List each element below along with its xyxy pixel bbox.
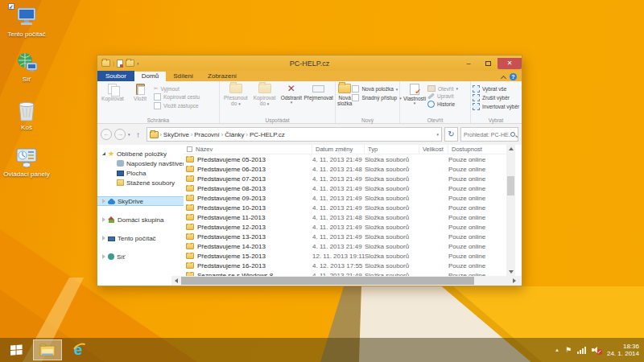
sidebar-item-homegroup[interactable]: Domácí skupina bbox=[97, 215, 184, 224]
file-name-cell[interactable]: Představujeme 08-2013 bbox=[184, 185, 312, 192]
vertical-scrollbar[interactable] bbox=[506, 145, 515, 276]
sidebar-item-desktop[interactable]: Plocha bbox=[97, 168, 184, 178]
history-button[interactable]: Historie bbox=[427, 101, 458, 108]
sidebar-item-favorites[interactable]: ★ Oblíbené položky bbox=[97, 149, 184, 158]
horizontal-scrollbar[interactable] bbox=[171, 276, 522, 286]
file-name-cell[interactable]: Představujeme 14-2013 bbox=[184, 243, 312, 250]
file-name-cell[interactable]: Představujeme 09-2013 bbox=[184, 195, 312, 202]
forward-button[interactable]: → bbox=[114, 129, 126, 140]
scroll-right-icon[interactable] bbox=[510, 278, 519, 283]
column-header-size[interactable]: Velikost bbox=[419, 145, 448, 154]
refresh-button[interactable]: ↻ bbox=[444, 127, 458, 142]
file-row[interactable]: Představujeme 14-2013 4. 11. 2013 21:49 … bbox=[184, 241, 507, 251]
properties-qat-icon[interactable] bbox=[117, 60, 123, 68]
tab-view[interactable]: Zobrazení bbox=[200, 72, 244, 81]
collapse-ribbon-icon[interactable] bbox=[501, 75, 506, 80]
start-button[interactable] bbox=[0, 338, 32, 362]
vertical-scroll-thumb[interactable] bbox=[507, 176, 514, 195]
breadcrumb-pchelp[interactable]: PC-HELP.cz bbox=[250, 131, 285, 138]
select-all-checkbox[interactable] bbox=[187, 146, 192, 152]
file-row[interactable]: Představujeme 11-2013 4. 11. 2013 21:48 … bbox=[184, 212, 507, 222]
file-name-cell[interactable]: Představujeme 10-2013 bbox=[184, 204, 312, 212]
sidebar-item-network[interactable]: Síť bbox=[97, 252, 184, 261]
taskbar-file-explorer[interactable] bbox=[33, 339, 62, 360]
column-header-availability[interactable]: Dostupnost bbox=[448, 145, 507, 154]
sidebar-item-skydrive[interactable]: SkyDrive bbox=[97, 196, 184, 206]
file-row[interactable]: Představujeme 16-2013 4. 12. 2013 17:55 … bbox=[184, 261, 507, 270]
cut-button[interactable]: ✂ Vyjmout bbox=[154, 85, 200, 92]
column-header-name[interactable]: Název bbox=[184, 145, 312, 154]
breadcrumb-pracovni[interactable]: Pracovní bbox=[194, 131, 220, 138]
sidebar-item-this-pc[interactable]: Tento počítač bbox=[97, 233, 184, 243]
title-bar[interactable]: | ▾ PC-HELP.cz – ✕ bbox=[97, 56, 522, 71]
file-name-cell[interactable]: Představujeme 12-2013 bbox=[184, 224, 312, 231]
help-icon[interactable]: ? bbox=[510, 73, 517, 80]
file-row[interactable]: Představujeme 08-2013 4. 11. 2013 21:49 … bbox=[184, 183, 507, 193]
paste-button[interactable]: Vložit bbox=[126, 83, 154, 101]
scroll-up-icon[interactable] bbox=[506, 145, 515, 153]
new-folder-button[interactable]: Nová složka bbox=[337, 83, 352, 106]
search-icon[interactable] bbox=[510, 132, 515, 137]
file-row[interactable]: Seznamte se s Windows 8 4. 11. 2013 21:4… bbox=[184, 270, 507, 276]
new-item-button[interactable]: Nová položka ▾ bbox=[352, 85, 401, 93]
minimize-button[interactable]: – bbox=[459, 58, 478, 69]
scroll-left-icon[interactable] bbox=[171, 278, 181, 283]
file-name-cell[interactable]: Představujeme 15-2013 bbox=[184, 253, 312, 260]
collapsed-caret-icon[interactable] bbox=[102, 199, 105, 204]
collapsed-caret-icon[interactable] bbox=[102, 217, 105, 222]
search-box[interactable] bbox=[460, 127, 518, 142]
column-header-type[interactable]: Typ bbox=[365, 145, 419, 154]
open-button[interactable]: Otevřít ▾ bbox=[427, 85, 458, 92]
file-name-cell[interactable]: Představujeme 06-2013 bbox=[184, 166, 312, 173]
qat-dropdown-icon[interactable]: ▾ bbox=[137, 61, 139, 66]
file-row[interactable]: Představujeme 07-2013 4. 11. 2013 21:49 … bbox=[184, 174, 507, 183]
desktop-icon-network[interactable]: Síť bbox=[2, 50, 52, 83]
breadcrumb-skydrive[interactable]: SkyDrive bbox=[163, 131, 189, 138]
file-name-cell[interactable]: Představujeme 16-2013 bbox=[184, 262, 312, 269]
up-button[interactable]: ↑ bbox=[133, 130, 144, 139]
back-button[interactable]: ← bbox=[101, 129, 112, 140]
recent-locations-icon[interactable]: ▾ bbox=[128, 132, 130, 137]
desktop-icon-control-panel[interactable]: Ovládací panely bbox=[2, 145, 52, 178]
select-all-button[interactable]: Vybrat vše bbox=[473, 85, 519, 93]
file-name-cell[interactable]: Představujeme 11-2013 bbox=[184, 214, 312, 221]
scroll-down-icon[interactable] bbox=[506, 268, 515, 276]
file-row[interactable]: Představujeme 10-2013 4. 11. 2013 21:49 … bbox=[184, 203, 507, 212]
file-name-cell[interactable]: Představujeme 05-2013 bbox=[184, 156, 312, 163]
taskbar-internet-explorer[interactable]: e bbox=[64, 339, 93, 360]
move-to-button[interactable]: Přesunout do ▾ bbox=[221, 83, 250, 107]
copy-button[interactable]: Kopírovat bbox=[99, 83, 126, 101]
desktop-icon-recycle-bin[interactable]: Koš bbox=[2, 98, 52, 131]
show-hidden-icons[interactable]: ▲ bbox=[555, 348, 559, 352]
collapsed-caret-icon[interactable] bbox=[102, 236, 105, 241]
file-row[interactable]: Představujeme 06-2013 4. 11. 2013 21:48 … bbox=[184, 164, 507, 174]
invert-selection-button[interactable]: Invertovat výběr bbox=[473, 103, 519, 110]
paste-shortcut-button[interactable]: Vložit zástupce bbox=[154, 102, 200, 109]
action-center-flag-icon[interactable]: ⚑ bbox=[565, 346, 572, 354]
file-row[interactable]: Představujeme 13-2013 4. 11. 2013 21:49 … bbox=[184, 232, 507, 241]
file-row[interactable]: Představujeme 15-2013 12. 11. 2013 19:11… bbox=[184, 251, 507, 261]
file-row[interactable]: Představujeme 12-2013 4. 11. 2013 21:49 … bbox=[184, 222, 507, 232]
search-input[interactable] bbox=[464, 132, 510, 138]
tab-home[interactable]: Domů bbox=[134, 72, 166, 81]
expanded-caret-icon[interactable] bbox=[102, 152, 105, 155]
address-box[interactable]: › SkyDrive › Pracovní › Články › PC-HELP… bbox=[147, 127, 442, 142]
file-name-cell[interactable]: Představujeme 13-2013 bbox=[184, 233, 312, 241]
collapsed-caret-icon[interactable] bbox=[102, 254, 105, 259]
volume-muted-icon[interactable] bbox=[592, 346, 601, 354]
close-button[interactable]: ✕ bbox=[497, 58, 522, 69]
delete-button[interactable]: ✕ Odstranit ▾ bbox=[279, 83, 303, 105]
copy-to-button[interactable]: Kopírovat do ▾ bbox=[250, 83, 279, 107]
breadcrumb-clanky[interactable]: Články bbox=[225, 131, 244, 138]
tab-share[interactable]: Sdílení bbox=[166, 72, 200, 81]
tab-file[interactable]: Soubor bbox=[97, 71, 134, 81]
rename-button[interactable]: Přejmenovat bbox=[303, 83, 333, 101]
desktop-icon-this-pc[interactable]: ✓ Tento počítač bbox=[2, 5, 52, 38]
sidebar-item-recent-places[interactable]: Naposledy navštívené bbox=[97, 158, 184, 168]
file-name-cell[interactable]: Představujeme 07-2013 bbox=[184, 175, 312, 183]
maximize-button[interactable] bbox=[478, 58, 497, 69]
selection-checkbox[interactable]: ✓ bbox=[8, 3, 14, 10]
copy-path-button[interactable]: Kopírovat cestu bbox=[154, 93, 200, 101]
easy-access-button[interactable]: Snadný přístup ▾ bbox=[352, 94, 401, 101]
sidebar-item-downloads[interactable]: Stažené soubory bbox=[97, 178, 184, 187]
